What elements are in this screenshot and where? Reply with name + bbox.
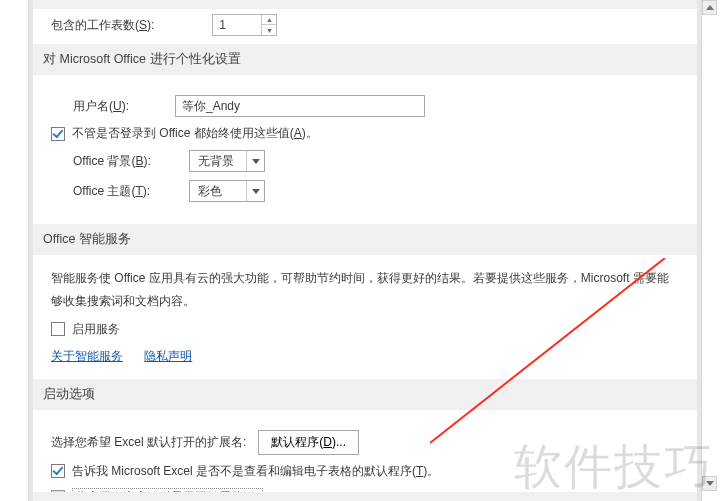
- default-ext-label: 选择您希望 Excel 默认打开的扩展名:: [51, 434, 246, 451]
- frame-edge-right: [697, 0, 701, 501]
- default-programs-button[interactable]: 默认程序(D)...: [258, 430, 359, 455]
- username-row: 用户名(U):: [73, 95, 679, 117]
- always-use-row: 不管是否登录到 Office 都始终使用这些值(A)。: [51, 125, 679, 142]
- office-theme-value: 彩色: [190, 183, 246, 200]
- privacy-link[interactable]: 隐私声明: [144, 349, 192, 363]
- frame-strip-top: [33, 0, 697, 9]
- always-use-label: 不管是否登录到 Office 都始终使用这些值(A)。: [72, 125, 318, 142]
- office-background-row: Office 背景(B): 无背景: [73, 150, 679, 172]
- always-use-checkbox[interactable]: [51, 127, 65, 141]
- sheets-count-row: 包含的工作表数(S): ▲ ▼: [51, 14, 701, 36]
- username-input[interactable]: [175, 95, 425, 117]
- section-body-personalize: 用户名(U): 不管是否登录到 Office 都始终使用这些值(A)。 Offi…: [29, 75, 701, 216]
- tell-me-default-checkbox[interactable]: [51, 464, 65, 478]
- sheets-count-input[interactable]: [213, 15, 261, 35]
- sheets-count-spinner[interactable]: ▲ ▼: [212, 14, 277, 36]
- office-theme-row: Office 主题(T): 彩色: [73, 180, 679, 202]
- section-body-startup: 选择您希望 Excel 默认打开的扩展名: 默认程序(D)... 告诉我 Mic…: [29, 410, 701, 501]
- enable-services-label: 启用服务: [72, 321, 120, 338]
- intelligent-links: 关于智能服务 隐私声明: [51, 348, 679, 365]
- office-theme-combo[interactable]: 彩色: [189, 180, 265, 202]
- tell-me-default-row: 告诉我 Microsoft Excel 是否不是查看和编辑电子表格的默认程序(T…: [51, 463, 679, 480]
- section-header-startup: 启动选项: [29, 379, 701, 410]
- chevron-down-icon[interactable]: [246, 151, 264, 171]
- tell-me-default-label: 告诉我 Microsoft Excel 是否不是查看和编辑电子表格的默认程序(T…: [72, 463, 439, 480]
- enable-services-row: 启用服务: [51, 321, 679, 338]
- username-label: 用户名(U):: [73, 98, 163, 115]
- office-background-label: Office 背景(B):: [73, 153, 177, 170]
- about-intelligent-link[interactable]: 关于智能服务: [51, 349, 123, 363]
- office-theme-label: Office 主题(T):: [73, 183, 177, 200]
- frame-strip-bottom: [33, 492, 697, 501]
- default-ext-row: 选择您希望 Excel 默认打开的扩展名: 默认程序(D)...: [51, 430, 679, 455]
- section-body-intelligent: 智能服务使 Office 应用具有云的强大功能，可帮助节约时间，获得更好的结果。…: [29, 255, 701, 371]
- spinner-up-icon[interactable]: ▲: [262, 15, 276, 25]
- sheets-count-label: 包含的工作表数(S):: [51, 17, 154, 34]
- intelligent-desc: 智能服务使 Office 应用具有云的强大功能，可帮助节约时间，获得更好的结果。…: [51, 267, 679, 313]
- scrollbar-up-icon[interactable]: [702, 0, 717, 15]
- office-background-value: 无背景: [190, 153, 246, 170]
- chevron-down-icon[interactable]: [246, 181, 264, 201]
- office-background-combo[interactable]: 无背景: [189, 150, 265, 172]
- spinner-down-icon[interactable]: ▼: [262, 25, 276, 35]
- enable-services-checkbox[interactable]: [51, 322, 65, 336]
- options-panel: 包含的工作表数(S): ▲ ▼ 对 Microsoft Office 进行个性化…: [28, 0, 702, 501]
- section-header-intelligent: Office 智能服务: [29, 224, 701, 255]
- scrollbar-down-icon[interactable]: [702, 476, 717, 491]
- frame-edge-left: [29, 0, 33, 501]
- section-header-personalize: 对 Microsoft Office 进行个性化设置: [29, 44, 701, 75]
